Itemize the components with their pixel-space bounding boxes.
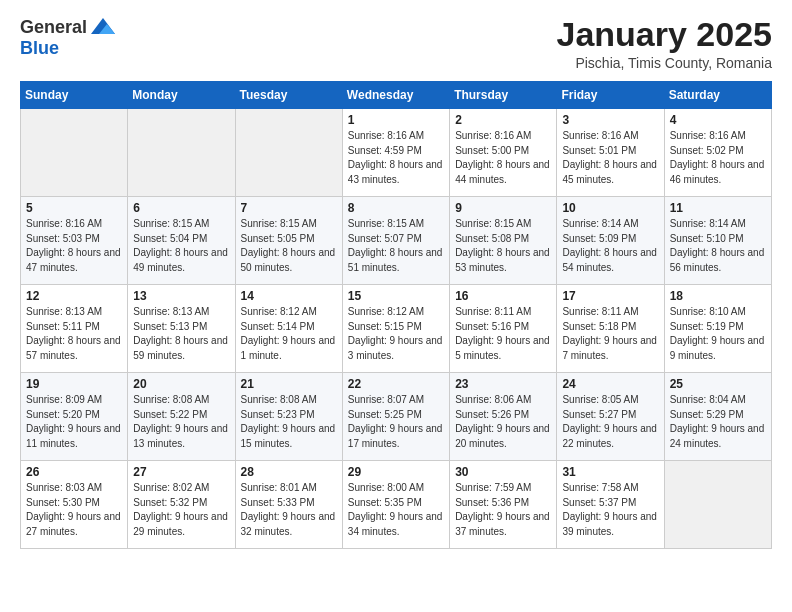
day-header-saturday: Saturday <box>664 82 771 109</box>
day-cell-empty <box>128 109 235 197</box>
day-number: 11 <box>670 201 766 215</box>
day-cell-empty <box>235 109 342 197</box>
logo-general-text: General <box>20 17 87 38</box>
week-row-3: 12Sunrise: 8:13 AMSunset: 5:11 PMDayligh… <box>21 285 772 373</box>
day-info: Sunrise: 8:15 AMSunset: 5:04 PMDaylight:… <box>133 217 229 275</box>
day-cell-7: 7Sunrise: 8:15 AMSunset: 5:05 PMDaylight… <box>235 197 342 285</box>
day-number: 23 <box>455 377 551 391</box>
day-number: 9 <box>455 201 551 215</box>
calendar-table: SundayMondayTuesdayWednesdayThursdayFrid… <box>20 81 772 549</box>
day-cell-17: 17Sunrise: 8:11 AMSunset: 5:18 PMDayligh… <box>557 285 664 373</box>
day-cell-4: 4Sunrise: 8:16 AMSunset: 5:02 PMDaylight… <box>664 109 771 197</box>
day-info: Sunrise: 8:13 AMSunset: 5:13 PMDaylight:… <box>133 305 229 363</box>
day-info: Sunrise: 8:15 AMSunset: 5:08 PMDaylight:… <box>455 217 551 275</box>
day-number: 30 <box>455 465 551 479</box>
day-number: 19 <box>26 377 122 391</box>
day-number: 27 <box>133 465 229 479</box>
day-number: 12 <box>26 289 122 303</box>
day-cell-15: 15Sunrise: 8:12 AMSunset: 5:15 PMDayligh… <box>342 285 449 373</box>
day-header-tuesday: Tuesday <box>235 82 342 109</box>
day-cell-18: 18Sunrise: 8:10 AMSunset: 5:19 PMDayligh… <box>664 285 771 373</box>
day-cell-27: 27Sunrise: 8:02 AMSunset: 5:32 PMDayligh… <box>128 461 235 549</box>
day-info: Sunrise: 8:16 AMSunset: 5:03 PMDaylight:… <box>26 217 122 275</box>
day-number: 8 <box>348 201 444 215</box>
day-number: 22 <box>348 377 444 391</box>
logo: General Blue <box>20 16 117 59</box>
day-cell-14: 14Sunrise: 8:12 AMSunset: 5:14 PMDayligh… <box>235 285 342 373</box>
day-cell-2: 2Sunrise: 8:16 AMSunset: 5:00 PMDaylight… <box>450 109 557 197</box>
day-cell-empty <box>21 109 128 197</box>
day-info: Sunrise: 8:08 AMSunset: 5:23 PMDaylight:… <box>241 393 337 451</box>
header: General Blue January 2025 Pischia, Timis… <box>20 16 772 71</box>
title-block: January 2025 Pischia, Timis County, Roma… <box>557 16 773 71</box>
calendar-subtitle: Pischia, Timis County, Romania <box>557 55 773 71</box>
day-number: 4 <box>670 113 766 127</box>
day-info: Sunrise: 8:10 AMSunset: 5:19 PMDaylight:… <box>670 305 766 363</box>
week-row-2: 5Sunrise: 8:16 AMSunset: 5:03 PMDaylight… <box>21 197 772 285</box>
day-number: 6 <box>133 201 229 215</box>
day-info: Sunrise: 8:11 AMSunset: 5:18 PMDaylight:… <box>562 305 658 363</box>
calendar-title: January 2025 <box>557 16 773 53</box>
day-cell-empty <box>664 461 771 549</box>
day-header-thursday: Thursday <box>450 82 557 109</box>
day-cell-31: 31Sunrise: 7:58 AMSunset: 5:37 PMDayligh… <box>557 461 664 549</box>
day-info: Sunrise: 8:14 AMSunset: 5:10 PMDaylight:… <box>670 217 766 275</box>
day-cell-8: 8Sunrise: 8:15 AMSunset: 5:07 PMDaylight… <box>342 197 449 285</box>
day-header-monday: Monday <box>128 82 235 109</box>
day-number: 17 <box>562 289 658 303</box>
day-info: Sunrise: 8:05 AMSunset: 5:27 PMDaylight:… <box>562 393 658 451</box>
day-cell-16: 16Sunrise: 8:11 AMSunset: 5:16 PMDayligh… <box>450 285 557 373</box>
day-cell-28: 28Sunrise: 8:01 AMSunset: 5:33 PMDayligh… <box>235 461 342 549</box>
day-info: Sunrise: 8:11 AMSunset: 5:16 PMDaylight:… <box>455 305 551 363</box>
day-info: Sunrise: 8:09 AMSunset: 5:20 PMDaylight:… <box>26 393 122 451</box>
day-info: Sunrise: 8:04 AMSunset: 5:29 PMDaylight:… <box>670 393 766 451</box>
day-info: Sunrise: 8:12 AMSunset: 5:15 PMDaylight:… <box>348 305 444 363</box>
day-cell-13: 13Sunrise: 8:13 AMSunset: 5:13 PMDayligh… <box>128 285 235 373</box>
day-info: Sunrise: 8:16 AMSunset: 4:59 PMDaylight:… <box>348 129 444 187</box>
day-info: Sunrise: 8:15 AMSunset: 5:05 PMDaylight:… <box>241 217 337 275</box>
calendar-page: General Blue January 2025 Pischia, Timis… <box>0 0 792 612</box>
day-info: Sunrise: 8:02 AMSunset: 5:32 PMDaylight:… <box>133 481 229 539</box>
day-info: Sunrise: 7:59 AMSunset: 5:36 PMDaylight:… <box>455 481 551 539</box>
day-number: 15 <box>348 289 444 303</box>
day-header-friday: Friday <box>557 82 664 109</box>
day-number: 7 <box>241 201 337 215</box>
day-info: Sunrise: 8:16 AMSunset: 5:01 PMDaylight:… <box>562 129 658 187</box>
day-cell-19: 19Sunrise: 8:09 AMSunset: 5:20 PMDayligh… <box>21 373 128 461</box>
day-number: 5 <box>26 201 122 215</box>
day-cell-21: 21Sunrise: 8:08 AMSunset: 5:23 PMDayligh… <box>235 373 342 461</box>
day-number: 26 <box>26 465 122 479</box>
week-row-5: 26Sunrise: 8:03 AMSunset: 5:30 PMDayligh… <box>21 461 772 549</box>
day-header-row: SundayMondayTuesdayWednesdayThursdayFrid… <box>21 82 772 109</box>
day-number: 31 <box>562 465 658 479</box>
logo-icon <box>89 16 117 38</box>
day-cell-9: 9Sunrise: 8:15 AMSunset: 5:08 PMDaylight… <box>450 197 557 285</box>
day-number: 18 <box>670 289 766 303</box>
day-info: Sunrise: 8:07 AMSunset: 5:25 PMDaylight:… <box>348 393 444 451</box>
day-number: 13 <box>133 289 229 303</box>
day-info: Sunrise: 8:03 AMSunset: 5:30 PMDaylight:… <box>26 481 122 539</box>
day-info: Sunrise: 8:06 AMSunset: 5:26 PMDaylight:… <box>455 393 551 451</box>
day-cell-30: 30Sunrise: 7:59 AMSunset: 5:36 PMDayligh… <box>450 461 557 549</box>
day-cell-1: 1Sunrise: 8:16 AMSunset: 4:59 PMDaylight… <box>342 109 449 197</box>
day-number: 10 <box>562 201 658 215</box>
day-number: 28 <box>241 465 337 479</box>
day-header-wednesday: Wednesday <box>342 82 449 109</box>
day-info: Sunrise: 8:08 AMSunset: 5:22 PMDaylight:… <box>133 393 229 451</box>
day-cell-24: 24Sunrise: 8:05 AMSunset: 5:27 PMDayligh… <box>557 373 664 461</box>
day-number: 21 <box>241 377 337 391</box>
day-cell-10: 10Sunrise: 8:14 AMSunset: 5:09 PMDayligh… <box>557 197 664 285</box>
day-number: 14 <box>241 289 337 303</box>
day-number: 2 <box>455 113 551 127</box>
day-info: Sunrise: 7:58 AMSunset: 5:37 PMDaylight:… <box>562 481 658 539</box>
logo-blue-text: Blue <box>20 38 59 59</box>
day-cell-22: 22Sunrise: 8:07 AMSunset: 5:25 PMDayligh… <box>342 373 449 461</box>
day-cell-20: 20Sunrise: 8:08 AMSunset: 5:22 PMDayligh… <box>128 373 235 461</box>
day-number: 16 <box>455 289 551 303</box>
day-cell-3: 3Sunrise: 8:16 AMSunset: 5:01 PMDaylight… <box>557 109 664 197</box>
day-info: Sunrise: 8:00 AMSunset: 5:35 PMDaylight:… <box>348 481 444 539</box>
day-cell-23: 23Sunrise: 8:06 AMSunset: 5:26 PMDayligh… <box>450 373 557 461</box>
day-info: Sunrise: 8:14 AMSunset: 5:09 PMDaylight:… <box>562 217 658 275</box>
week-row-4: 19Sunrise: 8:09 AMSunset: 5:20 PMDayligh… <box>21 373 772 461</box>
day-info: Sunrise: 8:15 AMSunset: 5:07 PMDaylight:… <box>348 217 444 275</box>
